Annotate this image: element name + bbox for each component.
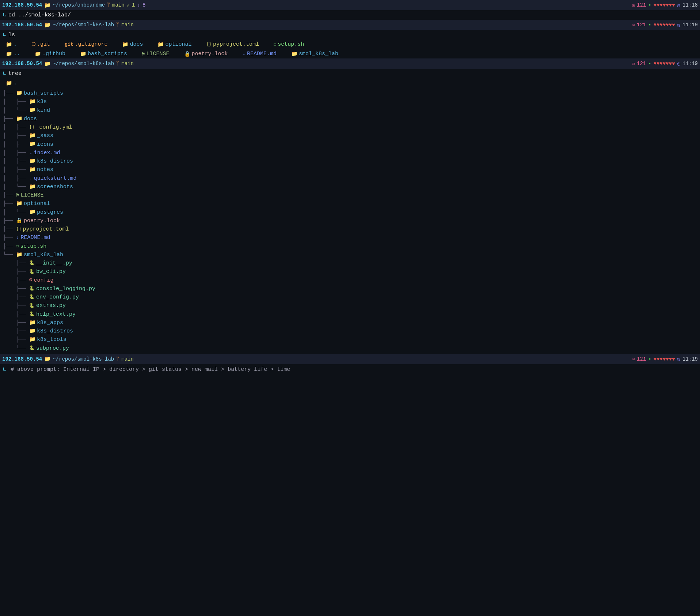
tree-command-line: ↳ tree	[0, 69, 700, 78]
ls-gitignore-name: .gitignore	[75, 41, 107, 47]
ls-item-optional: 📁 optional	[157, 41, 191, 47]
toml-icon-tree-config-yml: {}	[29, 124, 34, 131]
tree-item-k8s-distros-docs: │ ├── 📁 k8s_distros	[3, 157, 697, 166]
md-icon-tree-quickstart: ↓	[29, 174, 32, 182]
tree-name-index-md: index.md	[34, 149, 60, 157]
dir-icon-tree-k8s-apps: 📁	[29, 319, 35, 327]
mail-count-3: 121	[637, 61, 646, 66]
dir-path-2: ~/repos/smol-k8s-lab	[53, 22, 114, 28]
tree-name-license: LICENSE	[20, 191, 43, 199]
tree-item-pyproject: ├── {} pyproject.toml	[3, 225, 697, 233]
dir-icon-tree-k8s-distros: 📁	[29, 327, 35, 335]
py-icon-tree-bw-cli: 🐍	[29, 269, 35, 275]
tree-item-init-py: ├── 🐍 __init__.py	[3, 259, 697, 267]
lock-icon-poetry: 🔒	[184, 51, 190, 57]
prompt-arrow-tree: ↳	[3, 70, 6, 77]
dir-icon-2: 📁	[44, 22, 50, 28]
status-bar-4: 192.168.50.54 📁 ~/repos/smol-k8s-lab ᛘ m…	[0, 354, 700, 364]
ls-dot-name: .	[14, 41, 17, 47]
bottom-comment-text: # above prompt: Internal IP > directory …	[11, 366, 290, 373]
tree-item-readme: ├── ↓ README.md	[3, 233, 697, 242]
tree-item-poetry-lock: ├── 🔒 poetry.lock	[3, 217, 697, 225]
tree-item-optional: ├── 📁 optional	[3, 199, 697, 208]
dir-icon-tree-notes: 📁	[29, 166, 35, 174]
branch-2: main	[121, 22, 134, 28]
git-icon-gitignore: git	[65, 42, 73, 47]
tree-name-config-yml: _config.yml	[36, 123, 72, 132]
tree-name-help-text: help_text.py	[36, 310, 76, 319]
ip-address-4: 192.168.50.54	[2, 356, 42, 362]
tree-name-notes: notes	[37, 166, 53, 174]
ls-git-name: .git	[37, 41, 50, 47]
tree-name-k3s: k3s	[37, 98, 47, 106]
ls-output-row2: 📁 .. 📁 .github 📁 bash_scripts ⚑ LICENSE …	[0, 49, 700, 58]
tree-item-docs: ├── 📁 docs	[3, 115, 697, 123]
dir-icon-github: 📁	[35, 51, 41, 57]
tree-name-poetry-lock: poetry.lock	[24, 217, 60, 225]
tree-name-setup-sh: setup.sh	[20, 242, 46, 251]
tree-name-extras: extras.py	[36, 301, 66, 310]
dir-path-1: ~/repos/onboardme	[53, 2, 105, 8]
tree-item-smol-k8s-lab: └── 📁 smol_k8s_lab	[3, 251, 697, 259]
ls-license-name: LICENSE	[147, 51, 170, 57]
tree-name-docs: docs	[24, 115, 37, 123]
branch-1: main	[112, 2, 125, 8]
dir-icon-optional: 📁	[157, 41, 164, 47]
tree-name-k8s-distros: k8s_distros	[37, 327, 73, 335]
tree-item-screenshots: │ └── 📁 screenshots	[3, 183, 697, 191]
tree-item-quickstart: │ ├── ↓ quickstart.md	[3, 174, 697, 183]
mail-icon-2: ✉	[632, 22, 635, 28]
tree-item-env-config: ├── 🐍 env_config.py	[3, 293, 697, 301]
tree-name-bash_scripts: bash_scripts	[24, 89, 63, 98]
tree-item-bw-cli: ├── 🐍 bw_cli.py	[3, 267, 697, 276]
tree-name-subproc: subproc.py	[36, 344, 69, 353]
tree-name-screenshots: screenshots	[37, 183, 73, 191]
tree-name-smol-k8s-lab: smol_k8s_lab	[24, 251, 63, 259]
md-icon-tree-index: ↓	[29, 149, 32, 157]
hearts-2: ♥♥♥♥♥♥♥	[654, 22, 675, 28]
prompt-arrow-ls: ↳	[3, 31, 6, 38]
ls-item-dotdot: 📁 ..	[6, 51, 20, 57]
dir-icon-tree-postgres: 📁	[29, 208, 35, 216]
config-icon-tree: ⚙	[29, 276, 32, 284]
tree-item-setup-sh: ├── ☐ setup.sh	[3, 242, 697, 251]
arrow-down-icon-1: ↓	[137, 2, 140, 8]
tree-name-postgres: postgres	[37, 208, 63, 217]
tree-item-bash_scripts: ├── 📁 bash_scripts	[3, 89, 697, 98]
ip-address-2: 192.168.50.54	[2, 22, 42, 28]
clock-icon-3: ◷	[677, 61, 680, 67]
clock-icon-4: ◷	[677, 356, 680, 362]
ls-poetry-name: poetry.lock	[192, 51, 228, 57]
tree-item-k8s-apps: ├── 📁 k8s_apps	[3, 319, 697, 327]
mail-count-1: 121	[637, 2, 646, 8]
ls-pyproject-name: pyproject.toml	[213, 41, 259, 47]
ls-command-line: ↳ ls	[0, 30, 700, 39]
tree-output: ├── 📁 bash_scripts │ ├── 📁 k3s │ └── 📁 k…	[0, 88, 700, 354]
ls-optional-name: optional	[165, 41, 191, 47]
cd-command-text: cd ../smol-k8s-lab/	[8, 12, 71, 18]
tree-name-readme: README.md	[20, 233, 50, 242]
tree-name-kind: kind	[37, 106, 50, 115]
hearts-1: ♥♥♥♥♥♥♥	[654, 2, 675, 8]
tree-name-bw-cli: bw_cli.py	[36, 267, 66, 276]
mail-icon-4: ✉	[632, 356, 635, 362]
clock-icon-1: ◷	[677, 2, 680, 8]
py-icon-tree-env-config: 🐍	[29, 294, 35, 301]
toml-icon-tree-pyproject: {}	[16, 226, 21, 233]
tree-name-quickstart: quickstart.md	[34, 174, 76, 183]
license-icon-license: ⚑	[142, 51, 145, 57]
branch-4: main	[121, 356, 134, 362]
py-icon-tree-extras: 🐍	[29, 303, 35, 309]
ls-command-text: ls	[8, 32, 15, 38]
license-icon-tree: ⚑	[16, 191, 19, 199]
check-icon-1: ✓	[127, 2, 130, 8]
tree-name-icons: icons	[37, 140, 53, 149]
tree-name-optional: optional	[24, 199, 50, 208]
ls-item-poetry: 🔒 poetry.lock	[184, 51, 228, 57]
tree-item-config-yml: │ ├── {} _config.yml	[3, 123, 697, 132]
time-2: 11:19	[682, 22, 698, 28]
tree-name-env-config: env_config.py	[36, 293, 79, 301]
mail-count-4: 121	[637, 356, 646, 362]
py-icon-tree-subproc: 🐍	[29, 345, 35, 352]
battery-icon-3: ▪	[648, 61, 651, 66]
